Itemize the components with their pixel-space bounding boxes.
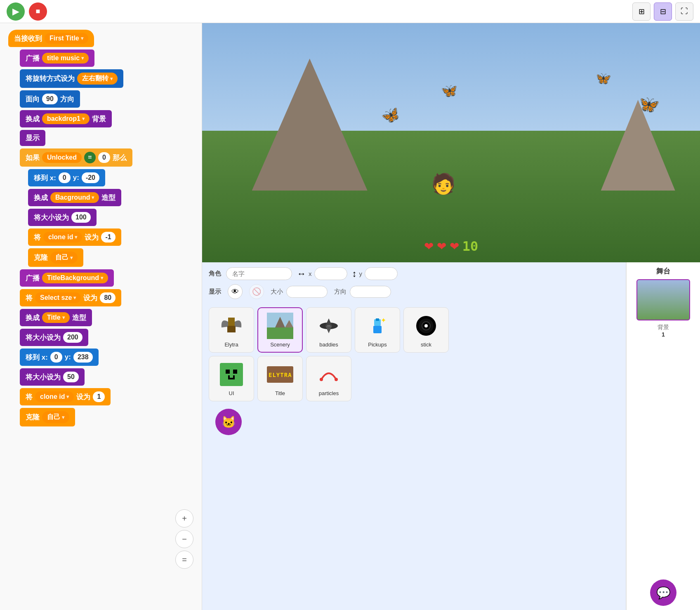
sprite-card-ui[interactable]: UI — [209, 356, 254, 401]
hide-eye-button[interactable]: 🚫 — [249, 284, 264, 299]
selectsze-block[interactable]: 将 Select sze ▾ 设为 80 — [20, 289, 121, 306]
svg-text:✦: ✦ — [381, 317, 386, 324]
x-input[interactable] — [314, 267, 347, 280]
dir-input[interactable] — [350, 286, 391, 298]
add-sprite-button[interactable]: 🐱 — [215, 409, 242, 435]
stop-button[interactable]: ■ — [29, 2, 47, 21]
chat-icon: 💬 — [656, 586, 671, 600]
y-coord-group: ↕ y — [352, 267, 398, 280]
sprite-card-title[interactable]: ELYTRA Title — [257, 356, 303, 401]
size-100-block[interactable]: 将大小设为 100 — [28, 209, 97, 226]
block-set-size-100[interactable]: 将大小设为 100 — [28, 209, 193, 226]
block-if[interactable]: 如果 Unlocked = 0 那么 — [20, 148, 193, 167]
bottom-buttons: 🐱 — [209, 405, 619, 439]
x-val2: 0 — [50, 352, 62, 363]
sprite-card-scenery[interactable]: Scenery — [257, 307, 303, 353]
sprite-card-elytra[interactable]: Elytra — [209, 307, 254, 353]
clone-self1-block[interactable]: 克隆 自己 ▾ — [28, 248, 83, 267]
y-input[interactable] — [365, 267, 398, 280]
block-set-rotation[interactable]: 将旋转方式设为 左右翻转 ▾ — [20, 69, 193, 88]
sprite-card-baddies[interactable]: baddies — [306, 307, 351, 353]
show-block[interactable]: 显示 — [20, 130, 45, 146]
svg-rect-12 — [376, 318, 379, 321]
zoom-in-button[interactable]: + — [175, 509, 193, 528]
face-block[interactable]: 面向 90 方向 — [20, 90, 80, 108]
unlocked-pill[interactable]: Unlocked — [42, 152, 82, 163]
set-clone-1-block[interactable]: 将 clone id ▾ 设为 1 — [20, 388, 111, 405]
block-set-selectsze[interactable]: 将 Select sze ▾ 设为 80 — [20, 289, 193, 306]
size-100-val: 100 — [71, 212, 91, 223]
block-set-size-200[interactable]: 将大小设为 200 — [20, 329, 193, 346]
title-costume-block[interactable]: 换成 Title ▾ 造型 — [20, 309, 92, 326]
view-split-button[interactable]: ⊞ — [632, 2, 651, 21]
svg-rect-19 — [226, 370, 230, 374]
rotation-block[interactable]: 将旋转方式设为 左右翻转 ▾ — [20, 69, 123, 88]
view-stage-button[interactable]: ⊟ — [654, 2, 672, 21]
block-clone-self2[interactable]: 克隆 自己 ▾ — [20, 408, 193, 426]
block-face-direction[interactable]: 面向 90 方向 — [20, 90, 193, 108]
particles-label: particles — [319, 390, 339, 396]
green-flag-button[interactable]: ▶ — [7, 2, 25, 21]
block-move-xy[interactable]: 移到 x: 0 y: -20 — [28, 169, 193, 186]
x-val: 0 — [59, 172, 71, 183]
add-backdrop-button[interactable]: 💬 — [650, 579, 676, 606]
left-right-pill[interactable]: 左右翻转 ▾ — [77, 73, 118, 85]
sprite-info-row2: 显示 👁 🚫 大小 方向 — [209, 284, 619, 299]
if-block[interactable]: 如果 Unlocked = 0 那么 — [20, 148, 132, 167]
size-200-block[interactable]: 将大小设为 200 — [20, 329, 88, 346]
set-clone-neg1-block[interactable]: 将 clone id ▾ 设为 -1 — [28, 228, 121, 246]
pickups-thumb: ✦ — [364, 313, 391, 339]
block-broadcast-music[interactable]: 广播 title music ▾ — [20, 49, 193, 67]
bg-costume-pill[interactable]: Bacground ▾ — [50, 192, 99, 203]
self1-pill[interactable]: 自己 ▾ — [50, 252, 78, 264]
block-broadcast-titlebg[interactable]: 广播 TitleBackground ▾ — [20, 269, 193, 287]
sprite-name-input[interactable] — [226, 267, 292, 280]
y-val2: 238 — [73, 352, 93, 363]
block-switch-backdrop[interactable]: 换成 backdrop1 ▾ 背景 — [20, 110, 193, 127]
svg-point-27 — [335, 378, 338, 381]
self2-pill[interactable]: 自己 ▾ — [42, 411, 69, 423]
block-clone-self1[interactable]: 克隆 自己 ▾ — [28, 248, 193, 267]
toolbar: ▶ ■ ⊞ ⊟ ⛶ — [0, 0, 700, 23]
titlebg-block[interactable]: 广播 TitleBackground ▾ — [20, 269, 114, 287]
cat-icon: 🐱 — [222, 415, 236, 429]
svg-rect-9 — [327, 325, 330, 327]
when-receive-block[interactable]: 当接收到 First Title ▾ — [8, 30, 94, 47]
move-xy2-block[interactable]: 移到 x: 0 y: 238 — [20, 349, 99, 366]
sprite-card-stick[interactable]: stick — [403, 307, 449, 353]
sprite-card-particles[interactable]: particles — [306, 356, 351, 401]
size-input[interactable] — [286, 286, 328, 298]
backdrop-block[interactable]: 换成 backdrop1 ▾ 背景 — [20, 110, 112, 127]
backdrop1-pill[interactable]: backdrop1 ▾ — [42, 113, 90, 124]
block-set-size-50[interactable]: 将大小设为 50 — [20, 368, 193, 386]
bg-costume-block[interactable]: 换成 Bacground ▾ 造型 — [28, 189, 121, 206]
block-switch-title-costume[interactable]: 换成 Title ▾ 造型 — [20, 309, 193, 326]
title-music-pill[interactable]: title music ▾ — [42, 53, 89, 64]
zoom-reset-button[interactable]: = — [175, 551, 193, 569]
pickups-label: Pickups — [368, 342, 387, 348]
block-show[interactable]: 显示 — [20, 130, 193, 146]
broadcast-block[interactable]: 广播 title music ▾ — [20, 49, 94, 67]
block-set-clone-1[interactable]: 将 clone id ▾ 设为 1 — [20, 388, 193, 405]
title-costume-pill[interactable]: Title ▾ — [42, 312, 70, 323]
clone-self2-block[interactable]: 克隆 自己 ▾ — [20, 408, 75, 426]
view-full-button[interactable]: ⛶ — [675, 2, 693, 21]
select-sze-pill[interactable]: Select sze ▾ — [35, 292, 81, 303]
zoom-out-button[interactable]: − — [175, 530, 193, 548]
titlebg-pill[interactable]: TitleBackground ▾ — [42, 273, 108, 283]
size-50-block[interactable]: 将大小设为 50 — [20, 368, 85, 386]
block-set-clone-neg1[interactable]: 将 clone id ▾ 设为 -1 — [28, 228, 193, 246]
clone-id2-pill[interactable]: clone id ▾ — [35, 391, 74, 402]
move-xy-block[interactable]: 移到 x: 0 y: -20 — [28, 169, 105, 186]
stage-thumbnail[interactable] — [636, 279, 690, 320]
dir-label: 方向 — [334, 288, 346, 296]
val-80: 80 — [100, 292, 115, 303]
sprite-card-pickups[interactable]: ✦ Pickups — [355, 307, 400, 353]
block-costume-bg[interactable]: 换成 Bacground ▾ 造型 — [28, 189, 193, 206]
y-val: -20 — [82, 172, 99, 183]
block-when-receive[interactable]: 当接收到 First Title ▾ — [8, 30, 193, 47]
clone-id-pill[interactable]: clone id ▾ — [43, 232, 82, 243]
show-eye-button[interactable]: 👁 — [228, 284, 243, 299]
block-move-xy2[interactable]: 移到 x: 0 y: 238 — [20, 349, 193, 366]
first-title-pill[interactable]: First Title ▾ — [45, 33, 88, 44]
